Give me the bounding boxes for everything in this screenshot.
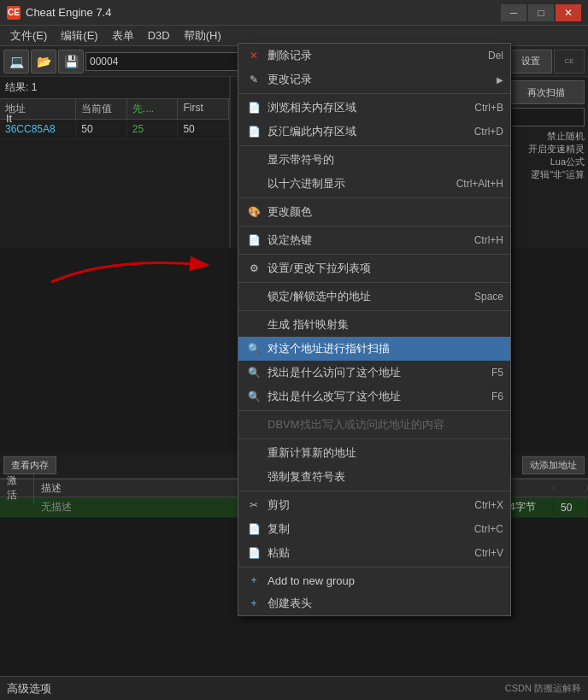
col-previous: 先.... <box>127 99 179 119</box>
app-icon: CE <box>7 6 21 20</box>
ctx-decompile-label: 反汇编此内存区域 <box>268 124 457 139</box>
separator-5 <box>238 254 510 255</box>
menu-table[interactable]: 表单 <box>105 26 141 45</box>
ctx-write-shortcut: F6 <box>491 391 503 403</box>
ctx-cut[interactable]: ✂ 剪切 Ctrl+X <box>238 493 510 517</box>
recalc-icon <box>245 446 262 460</box>
ctx-hex-shortcut: Ctrl+Alt+H <box>456 178 503 190</box>
context-menu: ✕ 删除记录 Del ✎ 更改记录 ▶ 📄 浏览相关内存区域 Ctrl+B 📄 … <box>238 43 511 616</box>
ctx-color-label: 更改颜色 <box>268 204 486 220</box>
add-addr-btn2[interactable]: 动添加地址 <box>522 456 585 474</box>
ctx-delete[interactable]: ✕ 删除记录 Del <box>238 44 510 68</box>
al-th-active: 激活 <box>0 472 34 504</box>
ctx-dropdown[interactable]: ⚙ 设置/更改下拉列表项 <box>238 256 510 280</box>
ctx-change-color[interactable]: 🎨 更改颜色 <box>238 200 510 224</box>
menu-file[interactable]: 文件(E) <box>3 26 54 45</box>
row-current: 50 <box>76 121 127 137</box>
results-table-header: 地址 当前值 先.... First <box>0 98 229 120</box>
maximize-button[interactable]: □ <box>528 4 554 21</box>
ctx-gen-pointer-label: 生成 指针映射集 <box>268 317 486 332</box>
ctx-browse-shortcut: Ctrl+B <box>474 102 503 114</box>
not-label: 逻辑"非"运算 <box>528 168 585 181</box>
ctx-change-arrow: ▶ <box>497 75 503 85</box>
separator-2 <box>238 145 510 146</box>
ctx-show-sym[interactable]: 显示带符号的 <box>238 148 510 172</box>
ctx-change[interactable]: ✎ 更改记录 ▶ <box>238 68 510 91</box>
ctx-lock[interactable]: 锁定/解锁选中的地址 Space <box>238 285 510 309</box>
separator-4 <box>238 226 510 226</box>
ctx-browse-mem[interactable]: 📄 浏览相关内存区域 Ctrl+B <box>238 96 510 120</box>
browse-icon: 📄 <box>245 101 262 115</box>
save-icon[interactable]: 💾 <box>58 50 84 74</box>
title-text: Cheat Engine 7.4 <box>26 6 501 19</box>
open-icon[interactable]: 📂 <box>31 50 56 74</box>
col-current: 当前值 <box>76 99 127 119</box>
process-icon[interactable]: 💻 <box>3 50 29 74</box>
stop-random-label: 禁止随机 <box>528 130 585 143</box>
menu-d3d[interactable]: D3D <box>141 27 177 44</box>
separator-6 <box>238 282 510 283</box>
next-scan-button[interactable]: 再次扫描 <box>508 80 585 104</box>
ctx-dbvm: DBVM找出写入或访问此地址的内容 <box>238 413 510 437</box>
al-active <box>0 506 34 509</box>
close-button[interactable]: ✕ <box>556 4 581 21</box>
menu-edit[interactable]: 编辑(E) <box>54 26 104 45</box>
ctx-force-check[interactable]: 强制复查符号表 <box>238 465 510 489</box>
ctx-pointer-scan-label: 对这个地址进行指针扫描 <box>268 341 486 356</box>
copy-icon: 📄 <box>245 522 262 536</box>
add-group-icon: + <box>245 574 262 587</box>
ctx-create-header-label: 创建表头 <box>268 596 486 611</box>
ctx-gen-pointer[interactable]: 生成 指针映射集 <box>238 313 510 337</box>
ctx-delete-shortcut: Del <box>488 50 503 62</box>
table-row[interactable]: 36CC85A8 50 25 50 <box>0 120 229 139</box>
ctx-hotkey[interactable]: 📄 设定热键 Ctrl+H <box>238 228 510 252</box>
ctx-pointer-scan[interactable]: 🔍 对这个地址进行指针扫描 <box>238 337 510 361</box>
ctx-decompile-shortcut: Ctrl+D <box>474 126 503 138</box>
separator-9 <box>238 438 510 439</box>
decompile-icon: 📄 <box>245 125 262 138</box>
ctx-what-access[interactable]: 🔍 找出是什么访问了这个地址 F5 <box>238 361 510 385</box>
dbvm-icon <box>245 418 262 432</box>
pointer-scan-icon: 🔍 <box>245 342 262 356</box>
ctx-paste[interactable]: 📄 粘贴 Ctrl+V <box>238 541 510 565</box>
ctx-dropdown-label: 设置/更改下拉列表项 <box>268 261 486 276</box>
scan-value-input[interactable] <box>508 108 585 126</box>
ctx-access-shortcut: F5 <box>491 367 503 379</box>
ctx-show-hex-label: 以十六进制显示 <box>268 176 439 191</box>
ctx-add-group-label: Add to new group <box>268 574 486 587</box>
access-icon: 🔍 <box>245 366 262 379</box>
separator-10 <box>238 491 510 491</box>
ctx-recalc[interactable]: 重新计算新的地址 <box>238 441 510 465</box>
separator-8 <box>238 410 510 411</box>
ctx-dbvm-label: DBVM找出写入或访问此地址的内容 <box>268 417 486 432</box>
pointer-map-icon <box>245 318 262 332</box>
paste-icon: 📄 <box>245 546 262 560</box>
cut-icon: ✂ <box>245 498 262 512</box>
advanced-label: 高级选项 <box>7 681 51 697</box>
wizard-label: 开启变速精灵 <box>528 143 585 156</box>
create-header-icon: + <box>245 597 262 610</box>
ctx-paste-label: 粘贴 <box>268 545 457 561</box>
ctx-access-label: 找出是什么访问了这个地址 <box>268 365 474 380</box>
sym-icon <box>245 153 262 167</box>
results-panel: 结果: 1 地址 当前值 先.... First 36CC85A8 50 25 … <box>0 77 231 248</box>
settings-button[interactable]: 设置 <box>509 50 552 74</box>
menu-help[interactable]: 帮助(H) <box>177 26 228 45</box>
ctx-what-write[interactable]: 🔍 找出是什么改写了这个地址 F6 <box>238 385 510 409</box>
ctx-decompile[interactable]: 📄 反汇编此内存区域 Ctrl+D <box>238 120 510 144</box>
ctx-copy[interactable]: 📄 复制 Ctrl+C <box>238 517 510 541</box>
minimize-button[interactable]: ─ <box>501 4 526 21</box>
separator-1 <box>238 93 510 94</box>
ctx-show-hex[interactable]: 以十六进制显示 Ctrl+Alt+H <box>238 172 510 196</box>
hotkey-icon: 📄 <box>245 233 262 247</box>
ctx-write-label: 找出是什么改写了这个地址 <box>268 389 474 404</box>
it-annotation: It <box>6 112 12 125</box>
lua-label: Lua公式 <box>528 156 585 168</box>
ctx-lock-shortcut: Space <box>474 291 503 303</box>
separator-3 <box>238 197 510 198</box>
ctx-create-header[interactable]: + 创建表头 <box>238 591 510 615</box>
watermark: CSDN 防搬运解释 <box>505 682 581 695</box>
ce-logo: CE <box>554 50 585 74</box>
ctx-add-group[interactable]: + Add to new group <box>238 569 510 591</box>
ctx-copy-shortcut: Ctrl+C <box>474 523 503 535</box>
